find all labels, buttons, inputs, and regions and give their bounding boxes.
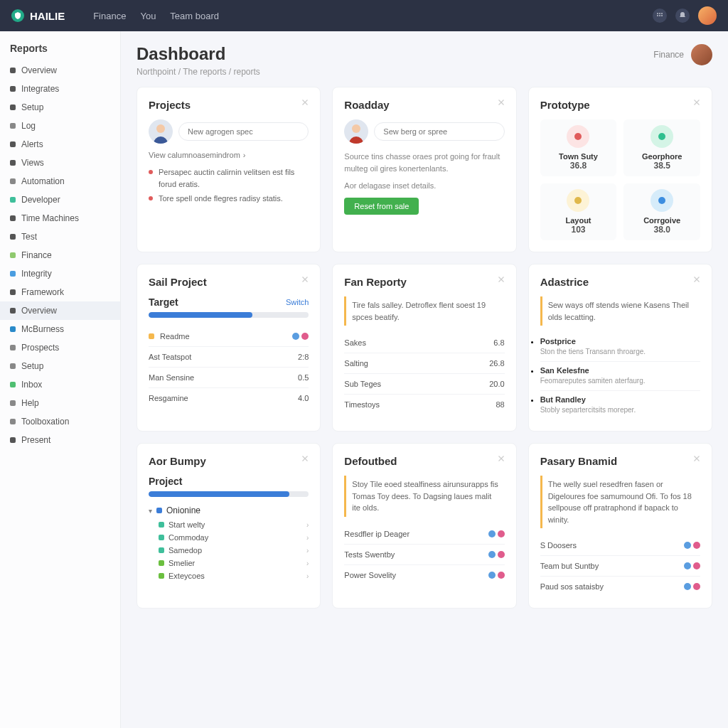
sidebar-item[interactable]: Alerts (0, 135, 120, 154)
stat-tile[interactable]: Georphore38.5 (623, 119, 700, 176)
sidebar-item[interactable]: Setup (0, 98, 120, 117)
tree-root[interactable]: ▾Onionine (149, 505, 309, 515)
arrow-icon: › (243, 151, 246, 159)
card-title: Pasary Bnamid (540, 455, 700, 467)
stat-tile[interactable]: Corrgoive38.0 (623, 183, 700, 240)
sidebar-item[interactable]: Framework (0, 283, 120, 301)
update-item[interactable]: But RandleyStobly separtercitsits morepe… (540, 391, 700, 419)
sidebar-item[interactable]: Test (0, 228, 120, 246)
sidebar-item[interactable]: Overview (0, 301, 120, 320)
close-icon[interactable] (692, 454, 702, 464)
update-item[interactable]: San KelesfneFeomareputes samiten aterfau… (540, 362, 700, 391)
card-projects: Projects View calumnoasemindrom › Persap… (136, 87, 321, 252)
chevron-right-icon: › (306, 560, 309, 567)
sidebar-item[interactable]: Toolboxation (0, 412, 120, 431)
sidebar-item[interactable]: McBurness (0, 320, 120, 338)
list-item[interactable]: Ast Teatspot2:8 (149, 347, 309, 368)
close-icon[interactable] (692, 274, 702, 284)
svg-point-2 (661, 13, 663, 14)
close-icon[interactable] (496, 454, 506, 464)
list-item[interactable]: Paud sos sataisby (540, 577, 700, 596)
projects-bullets: Persapec auctin calirnin velitsen est fi… (149, 166, 309, 205)
svg-point-0 (657, 13, 658, 14)
close-icon[interactable] (300, 274, 310, 284)
stat-tile[interactable]: Layout103 (540, 183, 617, 240)
card-title: Defoutbed (344, 455, 504, 467)
chevron-right-icon: › (306, 534, 309, 542)
tree-item[interactable]: Exteycoes› (159, 569, 309, 582)
update-item[interactable]: PostpriceSton the tiens Transann throarg… (540, 333, 700, 362)
sidebar-item[interactable]: Time Machines (0, 209, 120, 228)
bell-icon[interactable] (675, 9, 690, 23)
list-item[interactable]: Man Sensine0.5 (149, 368, 309, 388)
projects-link[interactable]: View calumnoasemindrom › (149, 151, 309, 159)
sidebar-item[interactable]: Present (0, 431, 120, 449)
content: Dashboard Northpoint / The reports / rep… (121, 31, 728, 728)
card-prototype: Prototype Town Suty36.8Georphore38.5Layo… (528, 87, 712, 252)
brand[interactable]: HAILIE (11, 9, 65, 22)
close-icon[interactable] (300, 454, 310, 464)
list-item[interactable]: Sakes6.8 (344, 333, 504, 353)
nav-link-you[interactable]: You (140, 11, 156, 21)
roadday-text2: Aor delagase inset details. (344, 180, 504, 192)
sidebar-item[interactable]: Automation (0, 172, 120, 191)
tree-item[interactable]: Smelier› (159, 557, 309, 569)
list-item[interactable]: Timestoys88 (344, 395, 504, 414)
avatar-icon (149, 119, 173, 144)
sidebar: Reports OverviewIntegratesSetupLogAlerts… (0, 31, 121, 728)
card-title: Projects (149, 99, 309, 111)
list-item[interactable]: Resdfler ip Deager (344, 524, 504, 545)
topbar: HAILIE Finance You Team board (0, 0, 728, 31)
sidebar-item[interactable]: Developer (0, 191, 120, 209)
list-item[interactable]: Sub Teges20.0 (344, 374, 504, 395)
breadcrumb: Northpoint / The reports / reports (136, 67, 260, 77)
tree-item[interactable]: Samedop› (159, 544, 309, 557)
top-icons (653, 6, 717, 25)
top-nav: Finance You Team board (93, 11, 219, 21)
list-item[interactable]: Power Sovelity (344, 565, 504, 585)
sidebar-item[interactable]: Integrates (0, 80, 120, 98)
stat-tile[interactable]: Town Suty36.8 (540, 119, 617, 176)
card-title: Sail Project (149, 276, 309, 288)
roadday-input[interactable] (374, 122, 504, 141)
close-icon[interactable] (692, 97, 702, 107)
tree-item[interactable]: Start welty› (159, 518, 309, 531)
list-item[interactable]: S Doosers (540, 535, 700, 556)
avatar[interactable] (698, 6, 717, 25)
fan-rows: Sakes6.8Salting26.8Sub Teges20.0Timestoy… (344, 333, 504, 414)
pasary-rows: S DoosersTeam but SuntbyPaud sos sataisb… (540, 535, 700, 596)
list-item[interactable]: Readme (149, 326, 309, 347)
list-item[interactable]: Resgamine4.0 (149, 388, 309, 408)
chevron-right-icon: › (306, 572, 309, 580)
sidebar-item[interactable]: Views (0, 154, 120, 172)
sidebar-item[interactable]: Integrity (0, 264, 120, 283)
nav-link-team[interactable]: Team board (170, 11, 219, 21)
page-avatar[interactable] (691, 44, 712, 65)
roadday-text: Source tins chasse oraes prot going for … (344, 151, 504, 174)
section-label: Target (149, 296, 178, 308)
apps-icon[interactable] (653, 9, 667, 23)
tree-item[interactable]: Commoday› (159, 531, 309, 544)
projects-input[interactable] (178, 122, 309, 141)
sidebar-item[interactable]: Prospects (0, 338, 120, 357)
nav-link-finance[interactable]: Finance (93, 11, 126, 21)
close-icon[interactable] (496, 274, 506, 284)
sidebar-item[interactable]: Finance (0, 246, 120, 264)
card-defoutbed: Defoutbed Stoy Tile eoed stealfiness air… (332, 443, 516, 609)
page-action[interactable]: Finance (653, 50, 684, 60)
reset-button[interactable]: Reset from sale (344, 198, 419, 215)
card-adastrice: Adastrice Sew ways off stends wiene Kase… (528, 264, 712, 432)
close-icon[interactable] (496, 97, 506, 107)
sidebar-item[interactable]: Setup (0, 357, 120, 375)
list-item[interactable]: Team but Suntby (540, 556, 700, 577)
card-fan: Fan Reporty Tire fals salley. Detroflex … (332, 264, 516, 432)
sidebar-item[interactable]: Log (0, 117, 120, 135)
shield-icon (11, 9, 24, 22)
sidebar-item[interactable]: Overview (0, 61, 120, 80)
list-item[interactable]: Salting26.8 (344, 353, 504, 374)
switch-link[interactable]: Switch (286, 298, 309, 306)
sidebar-item[interactable]: Inbox (0, 375, 120, 394)
close-icon[interactable] (300, 97, 310, 107)
list-item[interactable]: Tests Swentby (344, 545, 504, 565)
sidebar-item[interactable]: Help (0, 394, 120, 412)
